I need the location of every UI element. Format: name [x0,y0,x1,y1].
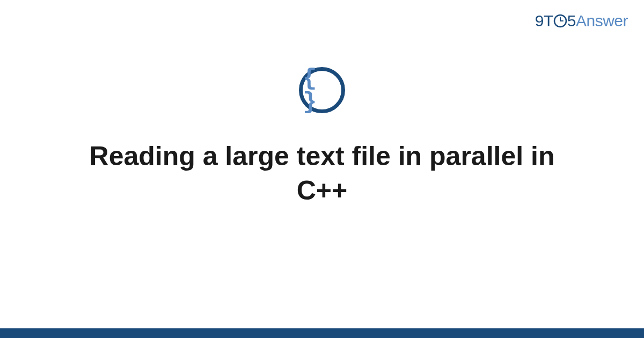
footer-bar [0,328,644,338]
page-title: Reading a large text file in parallel in… [54,139,590,208]
brand-logo: 9T5Answer [535,12,628,30]
brand-five: 5 [567,12,576,30]
brand-answer: Answer [576,12,628,30]
brand-nine: 9 [535,12,544,30]
brand-t: T [544,12,553,30]
code-braces-icon: { } [299,67,345,113]
main-content: { } Reading a large text file in paralle… [0,67,644,208]
clock-icon [553,14,567,28]
braces-glyph: { } [303,67,341,114]
